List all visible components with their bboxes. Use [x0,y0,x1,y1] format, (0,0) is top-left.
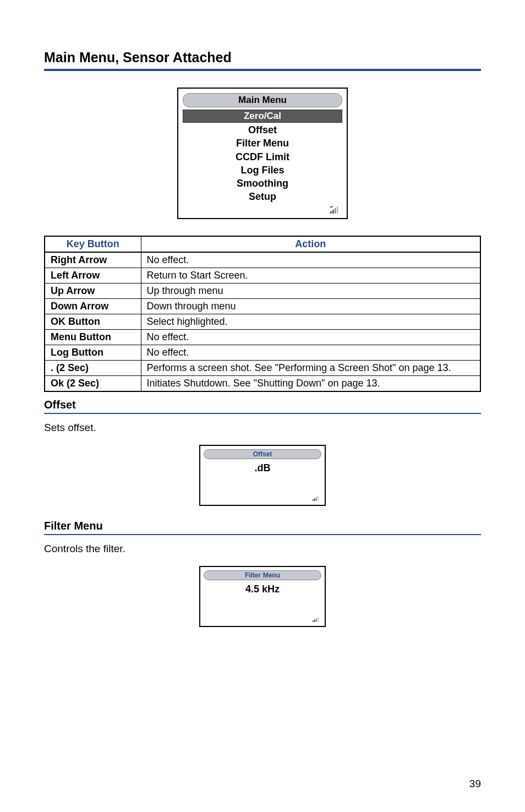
key-action-table: Key Button Action Right ArrowNo effect. … [44,236,481,392]
table-row: . (2 Sec)Performs a screen shot. See "Pe… [45,360,480,375]
svg-rect-8 [313,620,314,622]
subsection-divider [44,413,481,414]
table-row: Log ButtonNo effect. [45,345,480,360]
action-cell: Return to Start Screen. [141,268,480,283]
section-title: Main Menu, Sensor Attached [44,50,481,66]
menu-item: Filter Menu [183,137,342,150]
offset-body-text: Sets offset. [44,422,481,434]
offset-title-bar: Offset [204,449,321,459]
filter-screenshot: Filter Menu 4.5 kHz [199,566,326,627]
page-number: 39 [469,778,481,790]
filter-value: 4.5 kHz [204,584,321,614]
table-header-row: Key Button Action [45,236,480,252]
svg-rect-9 [314,619,315,622]
status-bar [204,493,321,503]
menu-item: Log Files [183,164,342,177]
action-cell: Performs a screen shot. See "Performing … [141,360,480,375]
header-action: Action [141,236,480,252]
header-key: Key Button [45,236,141,252]
key-cell: Left Arrow [45,268,141,283]
signal-icon [330,206,339,214]
action-cell: No effect. [141,252,480,268]
menu-item: Setup [183,190,342,203]
section-divider [44,69,481,71]
table-row: Ok (2 Sec)Initiates Shutdown. See "Shutt… [45,375,480,391]
menu-title-bar: Main Menu [183,93,342,107]
key-cell: Log Button [45,345,141,360]
status-bar [204,614,321,624]
filter-title-bar: Filter Menu [204,570,321,580]
svg-rect-6 [316,497,317,501]
svg-rect-7 [318,496,319,501]
subsection-title-filter: Filter Menu [44,520,481,532]
table-row: Up ArrowUp through menu [45,283,480,298]
action-cell: Up through menu [141,283,480,298]
action-cell: No effect. [141,345,480,360]
status-bar [183,204,342,216]
main-menu-screenshot: Main Menu Zero/Cal Offset Filter Menu CC… [177,88,348,219]
svg-rect-0 [330,211,332,214]
offset-screenshot: Offset .dB [199,445,326,506]
signal-icon [313,617,319,622]
menu-item: Offset [183,123,342,137]
action-cell: Down through menu [141,298,480,314]
table-row: Left ArrowReturn to Start Screen. [45,268,480,283]
svg-rect-1 [332,210,334,214]
action-cell: No effect. [141,329,480,345]
svg-rect-4 [313,499,314,501]
menu-item: Smoothing [183,177,342,190]
svg-rect-5 [314,498,315,501]
table-row: Right ArrowNo effect. [45,252,480,268]
filter-body-text: Controls the filter. [44,543,481,555]
svg-rect-3 [337,206,338,214]
key-cell: Up Arrow [45,283,141,298]
table-row: Down ArrowDown through menu [45,298,480,314]
offset-value: .dB [204,462,321,493]
key-cell: Down Arrow [45,298,141,314]
action-cell: Initiates Shutdown. See "Shutting Down" … [141,375,480,391]
signal-icon [313,495,319,501]
svg-rect-11 [318,617,319,622]
svg-rect-10 [316,618,317,622]
table-row: OK ButtonSelect highlighted. [45,314,480,329]
key-cell: Ok (2 Sec) [45,375,141,391]
key-cell: . (2 Sec) [45,360,141,375]
menu-item: CCDF Limit [183,150,342,164]
menu-item-highlighted: Zero/Cal [183,110,342,123]
svg-rect-2 [335,208,336,214]
subsection-divider [44,534,481,535]
key-cell: Right Arrow [45,252,141,268]
key-cell: Menu Button [45,329,141,345]
action-cell: Select highlighted. [141,314,480,329]
key-cell: OK Button [45,314,141,329]
subsection-title-offset: Offset [44,399,481,411]
table-row: Menu ButtonNo effect. [45,329,480,345]
